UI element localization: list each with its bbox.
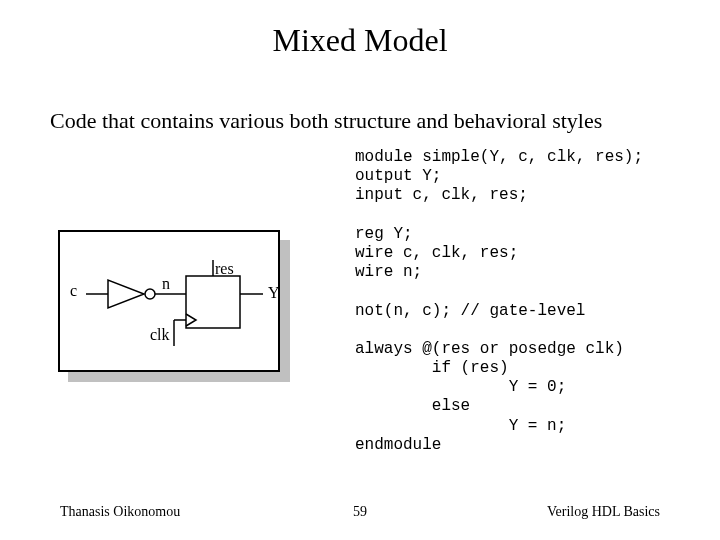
svg-rect-4 [186, 276, 240, 328]
slide-subtitle: Code that contains various both structur… [50, 108, 602, 134]
label-c: c [70, 282, 77, 300]
footer-title: Verilog HDL Basics [547, 504, 660, 520]
label-Y: Y [268, 284, 280, 302]
slide: Mixed Model Code that contains various b… [0, 0, 720, 540]
verilog-code-block: module simple(Y, c, clk, res); output Y;… [355, 148, 643, 455]
label-n: n [162, 275, 170, 293]
schematic-diagram: res c n Y clk [58, 230, 290, 382]
label-clk: clk [150, 326, 170, 344]
svg-marker-1 [108, 280, 144, 308]
slide-title: Mixed Model [0, 22, 720, 59]
label-res: res [215, 260, 234, 278]
diagram-svg [58, 230, 284, 376]
svg-point-2 [145, 289, 155, 299]
